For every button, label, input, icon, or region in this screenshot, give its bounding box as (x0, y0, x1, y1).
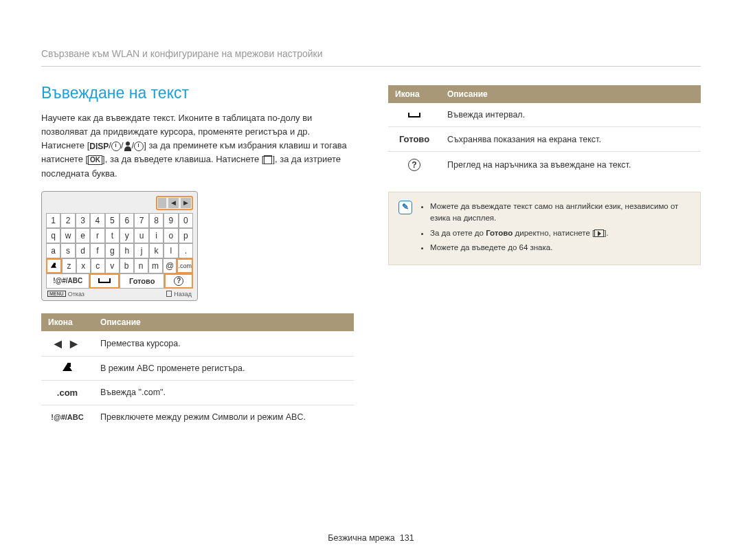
abc-label-cell: !@#/ABC (41, 405, 93, 429)
key-u[interactable]: u (134, 228, 148, 243)
table-row: ?Преглед на наръчника за въвеждане на те… (388, 152, 701, 179)
key-8[interactable]: 8 (149, 213, 164, 228)
key-i[interactable]: i (149, 228, 164, 243)
arrow-right-key[interactable]: ▶ (181, 198, 191, 208)
note-item: Можете да въвеждате текст само на англий… (430, 201, 690, 225)
intro-paragraph: Научете как да въвеждате текст. Иконите … (41, 111, 354, 181)
icon-description-table-left: Икона Описание ◀ ▶Премества курсора.В ре… (41, 313, 354, 429)
key-v[interactable]: v (105, 258, 120, 273)
cancel-label: Отказ (68, 291, 85, 298)
key-shift[interactable] (46, 258, 62, 273)
key-4[interactable]: 4 (90, 213, 104, 228)
key-e[interactable]: e (76, 228, 90, 243)
table-desc-cell: Въвежда ".com". (93, 380, 354, 405)
intro-part-3: ], за да въведете клавиша. Натиснете [ (102, 154, 264, 164)
key-k[interactable]: k (149, 243, 164, 258)
key-l[interactable]: l (164, 243, 178, 258)
key-2[interactable]: 2 (60, 213, 75, 228)
key-.[interactable]: . (179, 243, 193, 258)
footer-page: 131 (400, 533, 414, 543)
shift-icon-cell (41, 356, 93, 380)
key-a[interactable]: a (46, 243, 60, 258)
clock-icon (111, 142, 121, 151)
table-desc-cell: Въвежда интервал. (440, 103, 701, 127)
key-f[interactable]: f (90, 243, 104, 258)
key-9[interactable]: 9 (164, 213, 178, 228)
key-p[interactable]: p (179, 228, 193, 243)
key-y[interactable]: y (120, 228, 134, 243)
table-desc-cell: В режим ABC променете регистъра. (93, 356, 354, 380)
person-icon (124, 142, 132, 151)
key-c[interactable]: c (91, 258, 105, 273)
table-header-icon: Икона (41, 313, 93, 331)
key-r[interactable]: r (90, 228, 104, 243)
table-row: Въвежда интервал. (388, 103, 701, 127)
key-b[interactable]: b (120, 258, 134, 273)
done-key[interactable]: Готово (120, 273, 164, 289)
note-item: Можете да въведете до 64 знака. (430, 242, 690, 254)
done-label-cell: Готово (388, 127, 440, 152)
note-icon: ✎ (398, 201, 412, 214)
key-j[interactable]: j (134, 243, 148, 258)
key-t[interactable]: t (105, 228, 120, 243)
onscreen-keyboard: ◀ ▶ 1234567890qwertyuiopasdfghjkl.zxcvbn… (41, 191, 198, 301)
arrow-left-key[interactable]: ◀ (168, 198, 179, 208)
table-row: ГотовоСъхранява показания на екрана текс… (388, 127, 701, 152)
table-header-desc: Описание (93, 313, 354, 331)
space-key[interactable] (89, 273, 120, 289)
key-n[interactable]: n (134, 258, 148, 273)
table-desc-cell: Превключете между режим Символи и режим … (93, 405, 354, 429)
help-circle-icon: ? (408, 159, 420, 171)
help-icon: ? (174, 276, 183, 286)
table-desc-cell: Съхранява показания на екрана текст. (440, 127, 701, 152)
back-label: Назад (174, 291, 192, 298)
space-icon-cell (388, 103, 440, 127)
table-header-icon: Икона (388, 85, 440, 103)
shift-icon (51, 263, 56, 268)
key-1[interactable]: 1 (46, 213, 60, 228)
space-icon (408, 113, 420, 117)
key-5[interactable]: 5 (105, 213, 120, 228)
key-@[interactable]: @ (163, 258, 177, 273)
key-g[interactable]: g (105, 243, 120, 258)
ok-icon: OK (88, 155, 102, 165)
key-s[interactable]: s (60, 243, 75, 258)
table-row: !@#/ABCПревключете между режим Символи и… (41, 405, 354, 429)
disp-icon: DISP (89, 142, 109, 151)
arrows-icon: ◀ ▶ (41, 331, 93, 357)
footer-label: Безжична мрежа (328, 533, 394, 543)
mode-abc-key[interactable]: !@#/ABC (46, 273, 89, 289)
page-header: Свързване към WLAN и конфигуриране на мр… (41, 48, 701, 67)
key-z[interactable]: z (62, 258, 76, 273)
key-o[interactable]: o (164, 228, 178, 243)
table-row: .comВъвежда ".com". (41, 380, 354, 405)
page-footer: Безжична мрежа 131 (0, 533, 742, 543)
help-icon-cell: ? (388, 152, 440, 179)
key-d[interactable]: d (76, 243, 90, 258)
key-6[interactable]: 6 (120, 213, 134, 228)
com-label-cell: .com (41, 380, 93, 405)
keyboard-footer-back: Назад (166, 291, 192, 298)
key-h[interactable]: h (120, 243, 134, 258)
key-.com[interactable]: .com (177, 258, 193, 273)
help-key[interactable]: ? (164, 273, 193, 289)
space-icon (98, 278, 111, 283)
shift-arrow-icon (63, 363, 72, 371)
key-7[interactable]: 7 (134, 213, 148, 228)
key-3[interactable]: 3 (76, 213, 90, 228)
timer-icon (134, 142, 144, 151)
icon-description-table-right: Икона Описание Въвежда интервал.ГотовоСъ… (388, 85, 701, 178)
key-m[interactable]: m (148, 258, 163, 273)
key-x[interactable]: x (76, 258, 91, 273)
key-q[interactable]: q (46, 228, 60, 243)
table-header-desc: Описание (440, 85, 701, 103)
key-0[interactable]: 0 (179, 213, 193, 228)
keyboard-cursor-controls: ◀ ▶ (156, 196, 193, 210)
trash-mini-icon (166, 291, 172, 297)
note-item: За да отете до Готово директно, натиснет… (430, 227, 690, 239)
table-row: В режим ABC променете регистъра. (41, 356, 354, 380)
table-row: ◀ ▶Премества курсора. (41, 331, 354, 357)
menu-icon: MENU (47, 291, 66, 297)
table-desc-cell: Преглед на наръчника за въвеждане на тек… (440, 152, 701, 179)
key-w[interactable]: w (60, 228, 75, 243)
